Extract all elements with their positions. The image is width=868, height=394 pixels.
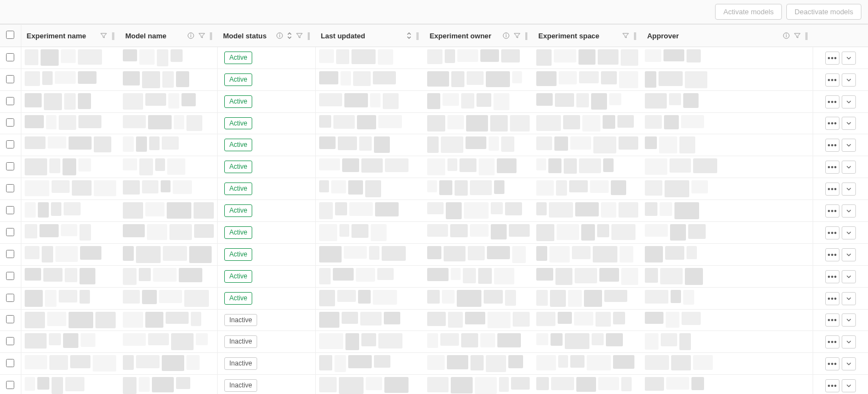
expand-row-button[interactable]: [842, 161, 856, 174]
column-resize-handle[interactable]: ||: [804, 31, 808, 40]
header-last-updated[interactable]: Last updated ||: [315, 25, 424, 47]
experiment-name-cell[interactable]: [21, 91, 120, 113]
experiment-name-cell[interactable]: [21, 113, 120, 134]
info-icon[interactable]: [187, 32, 195, 39]
more-actions-button[interactable]: •••: [825, 226, 839, 239]
model-name-cell[interactable]: [120, 222, 217, 244]
model-name-cell[interactable]: [120, 47, 217, 69]
model-name-cell[interactable]: [120, 156, 217, 178]
info-icon[interactable]: [782, 32, 790, 39]
more-actions-button[interactable]: •••: [825, 357, 839, 370]
expand-row-button[interactable]: [842, 117, 856, 130]
row-checkbox[interactable]: [6, 140, 14, 149]
header-model-name[interactable]: Model name ||: [120, 25, 217, 47]
row-checkbox[interactable]: [6, 272, 14, 280]
model-name-cell[interactable]: [120, 353, 217, 375]
more-actions-button[interactable]: •••: [825, 248, 839, 261]
expand-row-button[interactable]: [842, 357, 856, 370]
row-checkbox[interactable]: [6, 359, 14, 367]
expand-row-button[interactable]: [842, 292, 856, 305]
experiment-name-cell[interactable]: [21, 222, 120, 244]
expand-row-button[interactable]: [842, 52, 856, 65]
sort-icon[interactable]: [406, 32, 412, 39]
experiment-name-cell[interactable]: [21, 266, 120, 288]
experiment-name-cell[interactable]: [21, 310, 120, 331]
column-resize-handle[interactable]: ||: [111, 31, 114, 40]
experiment-name-cell[interactable]: [21, 331, 120, 353]
model-name-cell[interactable]: [120, 200, 217, 222]
model-name-cell[interactable]: [120, 310, 217, 331]
experiment-name-cell[interactable]: [21, 69, 120, 91]
more-actions-button[interactable]: •••: [825, 117, 839, 130]
experiment-name-cell[interactable]: [21, 244, 120, 266]
experiment-name-cell[interactable]: [21, 156, 120, 178]
model-name-cell[interactable]: [120, 331, 217, 353]
row-checkbox[interactable]: [6, 206, 14, 214]
expand-row-button[interactable]: [842, 313, 856, 327]
column-resize-handle[interactable]: ||: [524, 31, 527, 40]
more-actions-button[interactable]: •••: [825, 161, 839, 174]
filter-icon[interactable]: [622, 32, 629, 39]
expand-row-button[interactable]: [842, 335, 856, 349]
more-actions-button[interactable]: •••: [825, 52, 839, 65]
sort-icon[interactable]: [287, 32, 292, 39]
expand-row-button[interactable]: [842, 226, 856, 239]
more-actions-button[interactable]: •••: [825, 313, 839, 327]
header-model-status[interactable]: Model status ||: [218, 25, 315, 47]
model-name-cell[interactable]: [120, 69, 217, 91]
header-experiment-name[interactable]: Experiment name ||: [21, 25, 120, 47]
header-approver[interactable]: Approver ||: [642, 25, 813, 47]
row-checkbox[interactable]: [6, 75, 14, 83]
row-checkbox[interactable]: [6, 315, 14, 323]
row-checkbox[interactable]: [6, 381, 14, 389]
experiment-name-cell[interactable]: [21, 353, 120, 375]
more-actions-button[interactable]: •••: [825, 270, 839, 283]
more-actions-button[interactable]: •••: [825, 139, 839, 152]
expand-row-button[interactable]: [842, 204, 856, 218]
more-actions-button[interactable]: •••: [825, 204, 839, 218]
more-actions-button[interactable]: •••: [825, 182, 839, 196]
row-checkbox[interactable]: [6, 294, 14, 302]
row-checkbox[interactable]: [6, 97, 14, 105]
experiment-name-cell[interactable]: [21, 178, 120, 200]
more-actions-button[interactable]: •••: [825, 292, 839, 305]
experiment-name-cell[interactable]: [21, 47, 120, 69]
model-name-cell[interactable]: [120, 244, 217, 266]
row-checkbox[interactable]: [6, 184, 14, 192]
column-resize-handle[interactable]: ||: [633, 31, 636, 40]
experiment-name-cell[interactable]: [21, 375, 120, 395]
filter-icon[interactable]: [513, 32, 521, 39]
filter-icon[interactable]: [100, 32, 107, 39]
model-name-cell[interactable]: [120, 113, 217, 134]
row-checkbox[interactable]: [6, 228, 14, 236]
deactivate-models-button[interactable]: Deactivate models: [786, 4, 861, 20]
experiment-name-cell[interactable]: [21, 134, 120, 156]
model-name-cell[interactable]: [120, 266, 217, 288]
expand-row-button[interactable]: [842, 73, 856, 87]
model-name-cell[interactable]: [120, 288, 217, 310]
row-checkbox[interactable]: [6, 250, 14, 258]
more-actions-button[interactable]: •••: [825, 379, 839, 392]
row-checkbox[interactable]: [6, 53, 14, 61]
model-name-cell[interactable]: [120, 134, 217, 156]
more-actions-button[interactable]: •••: [825, 335, 839, 349]
expand-row-button[interactable]: [842, 182, 856, 196]
expand-row-button[interactable]: [842, 248, 856, 261]
expand-row-button[interactable]: [842, 95, 856, 109]
filter-icon[interactable]: [296, 32, 303, 39]
expand-row-button[interactable]: [842, 379, 856, 392]
more-actions-button[interactable]: •••: [825, 95, 839, 109]
column-resize-handle[interactable]: ||: [209, 31, 212, 40]
experiment-name-cell[interactable]: [21, 288, 120, 310]
info-icon[interactable]: [276, 32, 283, 39]
filter-icon[interactable]: [198, 32, 206, 39]
experiment-name-cell[interactable]: [21, 200, 120, 222]
column-resize-handle[interactable]: ||: [307, 31, 310, 40]
column-resize-handle[interactable]: ||: [415, 31, 418, 40]
row-checkbox[interactable]: [6, 337, 14, 345]
row-checkbox[interactable]: [6, 118, 14, 127]
header-experiment-owner[interactable]: Experiment owner ||: [424, 25, 532, 47]
model-name-cell[interactable]: [120, 178, 217, 200]
filter-icon[interactable]: [793, 32, 801, 39]
row-checkbox[interactable]: [6, 162, 14, 170]
